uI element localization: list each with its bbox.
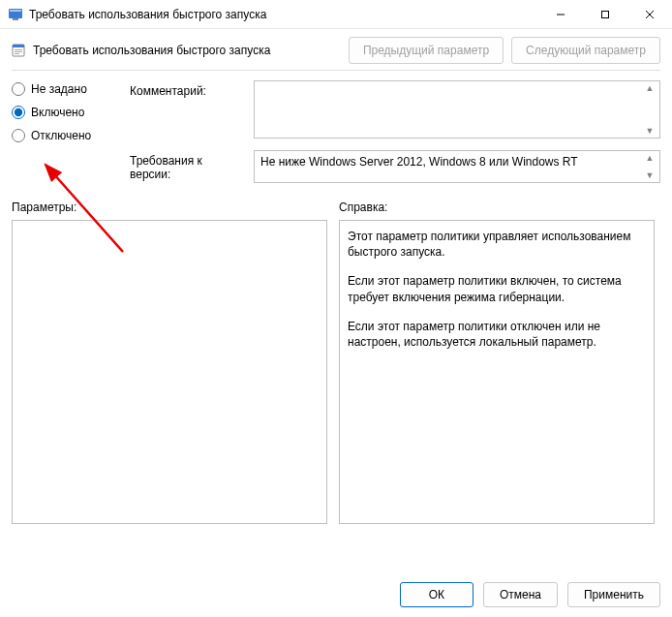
- maximize-button[interactable]: [583, 0, 627, 29]
- svg-rect-10: [15, 51, 22, 52]
- svg-rect-2: [13, 18, 18, 20]
- window-title: Требовать использования быстрого запуска: [29, 8, 538, 21]
- parameters-pane: [12, 220, 327, 524]
- comment-textarea[interactable]: ▲ ▼: [254, 80, 660, 139]
- help-paragraph: Этот параметр политики управляет использ…: [348, 229, 646, 260]
- radio-disabled[interactable]: Отключено: [12, 129, 112, 142]
- titlebar: Требовать использования быстрого запуска: [0, 0, 672, 29]
- params-section-label: Параметры:: [12, 201, 327, 214]
- svg-rect-1: [10, 10, 21, 12]
- scroll-up-icon[interactable]: ▲: [642, 81, 657, 95]
- close-button[interactable]: [627, 0, 672, 29]
- radio-not-configured-input[interactable]: [12, 82, 25, 96]
- radio-enabled-label: Включено: [31, 106, 84, 119]
- radio-disabled-label: Отключено: [31, 129, 91, 142]
- svg-rect-9: [15, 49, 22, 50]
- scroll-up-icon[interactable]: ▲: [642, 151, 657, 165]
- next-param-button[interactable]: Следующий параметр: [511, 37, 660, 64]
- policy-icon: [12, 43, 27, 58]
- requirements-value: Не ниже Windows Server 2012, Windows 8 и…: [260, 155, 578, 169]
- radio-not-configured[interactable]: Не задано: [12, 82, 112, 96]
- previous-param-button[interactable]: Предыдущий параметр: [349, 37, 504, 64]
- divider: [12, 70, 660, 71]
- requirements-scrollbar[interactable]: ▲ ▼: [642, 151, 657, 182]
- app-icon: [8, 7, 23, 22]
- help-paragraph: Если этот параметр политики включен, то …: [348, 273, 646, 304]
- minimize-button[interactable]: [538, 0, 583, 29]
- svg-rect-4: [602, 11, 609, 17]
- cancel-button[interactable]: Отмена: [483, 582, 558, 607]
- help-pane: Этот параметр политики управляет использ…: [339, 220, 655, 524]
- subtitle-row: Требовать использования быстрого запуска…: [12, 37, 660, 64]
- help-section-label: Справка:: [339, 201, 655, 214]
- scroll-down-icon[interactable]: ▼: [642, 124, 657, 138]
- comment-label: Комментарий:: [130, 80, 246, 98]
- panes: Этот параметр политики управляет использ…: [12, 220, 660, 524]
- radio-not-configured-label: Не задано: [31, 82, 87, 96]
- help-paragraph: Если этот параметр политики отключен или…: [348, 319, 646, 350]
- policy-subtitle: Требовать использования быстрого запуска: [33, 44, 341, 57]
- footer-buttons: ОК Отмена Применить: [400, 582, 660, 607]
- right-column: Комментарий: ▲ ▼ Требования к версии: Не…: [130, 80, 660, 183]
- state-radio-group: Не задано Включено Отключено: [12, 80, 112, 183]
- comment-scrollbar[interactable]: ▲ ▼: [642, 81, 657, 138]
- svg-rect-11: [15, 53, 19, 54]
- ok-button[interactable]: ОК: [400, 582, 473, 607]
- apply-button[interactable]: Применить: [567, 582, 660, 607]
- requirements-box: Не ниже Windows Server 2012, Windows 8 и…: [254, 150, 660, 183]
- section-labels: Параметры: Справка:: [12, 201, 660, 214]
- content-area: Требовать использования быстрого запуска…: [0, 29, 672, 524]
- radio-disabled-input[interactable]: [12, 129, 25, 142]
- requirements-label: Требования к версии:: [130, 150, 246, 181]
- svg-rect-8: [13, 45, 24, 47]
- top-grid: Не задано Включено Отключено Комментарий…: [12, 80, 660, 183]
- radio-enabled[interactable]: Включено: [12, 106, 112, 119]
- radio-enabled-input[interactable]: [12, 106, 25, 119]
- scroll-down-icon[interactable]: ▼: [642, 169, 657, 182]
